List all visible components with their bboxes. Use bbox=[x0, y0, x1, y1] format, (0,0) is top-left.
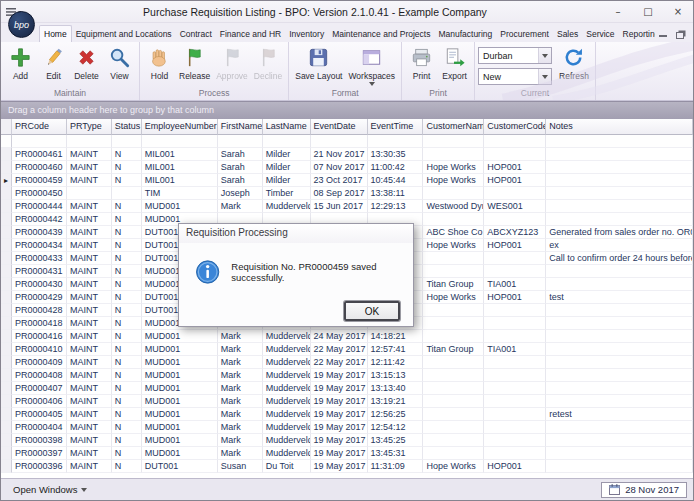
grid-cell[interactable] bbox=[484, 330, 546, 343]
grid-cell[interactable]: MAINT bbox=[67, 174, 112, 187]
grid-cell[interactable]: MAINT bbox=[67, 200, 112, 213]
grid-cell[interactable]: Mudderveld bbox=[263, 421, 311, 434]
grid-cell[interactable]: PR0000433 bbox=[12, 252, 67, 265]
tab-reporting[interactable]: Reporting bbox=[619, 26, 655, 42]
approve-button[interactable]: Approve bbox=[213, 44, 251, 82]
grid-cell[interactable]: ABCXYZ123 bbox=[484, 226, 546, 239]
grid-cell[interactable]: N bbox=[112, 161, 142, 174]
tab-service[interactable]: Service bbox=[582, 26, 618, 42]
grid-cell[interactable] bbox=[484, 447, 546, 460]
grid-cell[interactable] bbox=[423, 304, 484, 317]
grid-cell[interactable]: PR0000450 bbox=[12, 187, 67, 200]
filter-cell-employeenumber[interactable] bbox=[142, 135, 218, 148]
grid-cell[interactable]: MUD001 bbox=[142, 408, 218, 421]
grid-cell[interactable]: N bbox=[112, 382, 142, 395]
table-row[interactable]: PR0000408MAINTNMUD001MarkMudderveld19 Ma… bbox=[1, 369, 693, 382]
grid-cell[interactable] bbox=[546, 200, 693, 213]
grid-cell[interactable]: N bbox=[112, 330, 142, 343]
grid-cell[interactable]: Call to confirm order 24 hours before ex bbox=[546, 252, 693, 265]
grid-cell[interactable]: TIA001 bbox=[484, 343, 546, 356]
table-row[interactable]: PR0000396MAINTNDUT001SusanDu Toit19 May … bbox=[1, 460, 693, 473]
grid-cell[interactable]: HOP001 bbox=[484, 161, 546, 174]
filter-cell-notes[interactable] bbox=[546, 135, 693, 148]
grid-cell[interactable]: Mark bbox=[218, 421, 263, 434]
grid-cell[interactable]: Milder bbox=[263, 174, 311, 187]
grid-cell[interactable]: MAINT bbox=[67, 252, 112, 265]
grid-cell[interactable]: Joseph bbox=[218, 187, 263, 200]
edit-button[interactable]: Edit bbox=[37, 44, 70, 82]
grid-cell[interactable]: 12:54:12 bbox=[368, 421, 424, 434]
grid-cell[interactable]: MUD001 bbox=[142, 369, 218, 382]
grid-cell[interactable]: 19 May 2017 bbox=[311, 382, 368, 395]
maximize-icon[interactable]: □ bbox=[633, 1, 663, 22]
tab-inventory[interactable]: Inventory bbox=[285, 26, 328, 42]
grid-cell[interactable]: N bbox=[112, 239, 142, 252]
filter-cell-status[interactable] bbox=[112, 135, 142, 148]
column-header-employeenumber[interactable]: EmployeeNumber bbox=[142, 119, 218, 135]
grid-cell[interactable] bbox=[546, 356, 693, 369]
workspaces-button[interactable]: Workspaces bbox=[345, 44, 398, 87]
table-row[interactable]: PR0000444MAINTNMUD001MarkMudderveld15 Ju… bbox=[1, 200, 693, 213]
close-icon[interactable]: × bbox=[663, 1, 693, 22]
grid-cell[interactable]: N bbox=[112, 460, 142, 473]
column-header-eventdate[interactable]: EventDate bbox=[311, 119, 368, 135]
grid-cell[interactable] bbox=[423, 421, 484, 434]
grid-cell[interactable]: Mark bbox=[218, 343, 263, 356]
grid-cell[interactable]: 19 May 2017 bbox=[311, 460, 368, 473]
status-dropdown[interactable]: New bbox=[478, 68, 552, 85]
grid-cell[interactable]: N bbox=[112, 213, 142, 226]
grid-cell[interactable]: Mudderveld bbox=[263, 382, 311, 395]
delete-button[interactable]: Delete bbox=[70, 44, 103, 82]
filter-cell-firstname[interactable] bbox=[218, 135, 263, 148]
grid-cell[interactable] bbox=[484, 187, 546, 200]
grid-cell[interactable]: MAINT bbox=[67, 434, 112, 447]
grid-cell[interactable]: MAINT bbox=[67, 213, 112, 226]
grid-cell[interactable]: MAINT bbox=[67, 265, 112, 278]
grid-cell[interactable]: WES001 bbox=[484, 200, 546, 213]
grid-cell[interactable]: MUD001 bbox=[142, 395, 218, 408]
grid-cell[interactable]: 14:18:21 bbox=[368, 330, 424, 343]
grid-cell[interactable]: Milder bbox=[263, 148, 311, 161]
table-row[interactable]: PR0000460MAINTNMIL001SarahMilder07 Nov 2… bbox=[1, 161, 693, 174]
grid-cell[interactable]: Mark bbox=[218, 369, 263, 382]
hold-button[interactable]: Hold bbox=[143, 44, 176, 82]
grid-cell[interactable] bbox=[67, 187, 112, 200]
group-by-drop-zone[interactable]: Drag a column header here to group by th… bbox=[1, 101, 693, 119]
tab-maintenance-and-projects[interactable]: Maintenance and Projects bbox=[328, 26, 434, 42]
grid-cell[interactable] bbox=[112, 187, 142, 200]
grid-cell[interactable]: Mark bbox=[218, 408, 263, 421]
dialog-title-bar[interactable]: Requisition Processing bbox=[179, 224, 413, 243]
grid-cell[interactable]: Generated from sales order no. OR000 bbox=[546, 226, 693, 239]
grid-cell[interactable]: N bbox=[112, 174, 142, 187]
grid-cell[interactable]: MAINT bbox=[67, 291, 112, 304]
grid-cell[interactable]: PR0000461 bbox=[12, 148, 67, 161]
column-header-customername[interactable]: CustomerName bbox=[423, 119, 484, 135]
date-picker[interactable]: 28 Nov 2017 bbox=[601, 482, 687, 498]
grid-cell[interactable] bbox=[546, 395, 693, 408]
grid-cell[interactable]: PR0000439 bbox=[12, 226, 67, 239]
grid-cell[interactable] bbox=[423, 317, 484, 330]
tab-home[interactable]: Home bbox=[39, 25, 72, 42]
grid-cell[interactable]: Mudderveld bbox=[263, 343, 311, 356]
grid-cell[interactable]: Sarah bbox=[218, 161, 263, 174]
grid-cell[interactable]: PR0000444 bbox=[12, 200, 67, 213]
grid-cell[interactable]: 13:19:21 bbox=[368, 395, 424, 408]
grid-cell[interactable]: PR0000431 bbox=[12, 265, 67, 278]
grid-cell[interactable]: Mark bbox=[218, 447, 263, 460]
grid-cell[interactable] bbox=[484, 213, 546, 226]
grid-cell[interactable]: 19 May 2017 bbox=[311, 421, 368, 434]
grid-cell[interactable] bbox=[546, 161, 693, 174]
grid-cell[interactable]: 15 Jun 2017 bbox=[311, 200, 368, 213]
grid-cell[interactable] bbox=[423, 213, 484, 226]
grid-cell[interactable]: MAINT bbox=[67, 408, 112, 421]
grid-cell[interactable]: N bbox=[112, 317, 142, 330]
tab-procurement[interactable]: Procurement bbox=[496, 26, 553, 42]
grid-cell[interactable]: 13:45:31 bbox=[368, 447, 424, 460]
grid-cell[interactable]: N bbox=[112, 252, 142, 265]
grid-cell[interactable]: MUD001 bbox=[142, 356, 218, 369]
grid-cell[interactable]: Mudderveld bbox=[263, 330, 311, 343]
grid-cell[interactable] bbox=[484, 369, 546, 382]
grid-cell[interactable]: PR0000406 bbox=[12, 395, 67, 408]
grid-cell[interactable]: MIL001 bbox=[142, 174, 218, 187]
grid-cell[interactable]: PR0000408 bbox=[12, 369, 67, 382]
